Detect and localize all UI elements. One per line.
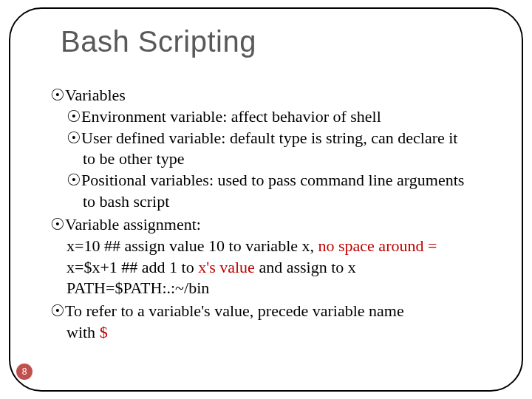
text: and assign to x — [255, 258, 356, 276]
example-line-1: x=10 ## assign value 10 to variable x, n… — [66, 236, 495, 256]
highlight-text: no space around = — [318, 236, 437, 255]
text: x=10 ## assign value 10 to variable x, — [66, 236, 318, 255]
bullet-refer-cont: with $ — [66, 323, 495, 343]
highlight-text: $ — [100, 323, 108, 341]
bullet-icon: ☉ — [50, 86, 65, 106]
bullet-text: Positional variables: used to pass comma… — [81, 171, 464, 189]
bullet-text: User defined variable: default type is s… — [81, 129, 457, 147]
bullet-assignment: ☉Variable assignment: — [50, 215, 495, 235]
text: x=$x+1 ## add 1 to — [66, 258, 198, 276]
bullet-env-variable: ☉Environment variable: affect behavior o… — [66, 107, 495, 127]
assignment-examples: x=10 ## assign value 10 to variable x, n… — [66, 236, 495, 299]
bullet-text: Variables — [65, 86, 126, 104]
example-line-2: x=$x+1 ## add 1 to x's value and assign … — [66, 258, 495, 278]
bullet-positional-variable: ☉Positional variables: used to pass comm… — [66, 171, 495, 191]
highlight-text: x's value — [198, 258, 255, 276]
bullet-variables: ☉Variables — [50, 86, 495, 106]
bullet-icon: ☉ — [66, 107, 81, 127]
text: with — [66, 323, 100, 341]
bullet-icon: ☉ — [66, 129, 81, 149]
slide: Bash Scripting ☉Variables ☉Environment v… — [0, 0, 532, 399]
slide-title: Bash Scripting — [61, 25, 256, 58]
slide-body: ☉Variables ☉Environment variable: affect… — [50, 83, 495, 344]
bullet-text: To refer to a variable's value, precede … — [65, 301, 404, 320]
page-number-badge: 8 — [16, 364, 33, 380]
bullet-icon: ☉ — [50, 301, 65, 321]
bullet-text: Environment variable: affect behavior of… — [81, 107, 381, 126]
bullet-user-variable-cont: to be other type — [83, 149, 495, 169]
example-line-3: PATH=$PATH:.:~/bin — [66, 279, 495, 299]
bullet-positional-variable-cont: to bash script — [83, 192, 495, 212]
bullet-refer: ☉To refer to a variable's value, precede… — [50, 301, 495, 321]
bullet-text: Variable assignment: — [65, 215, 201, 233]
bullet-icon: ☉ — [50, 215, 65, 235]
bullet-user-variable: ☉User defined variable: default type is … — [66, 129, 495, 149]
variables-subitems: ☉Environment variable: affect behavior o… — [66, 107, 495, 212]
bullet-icon: ☉ — [66, 171, 81, 191]
